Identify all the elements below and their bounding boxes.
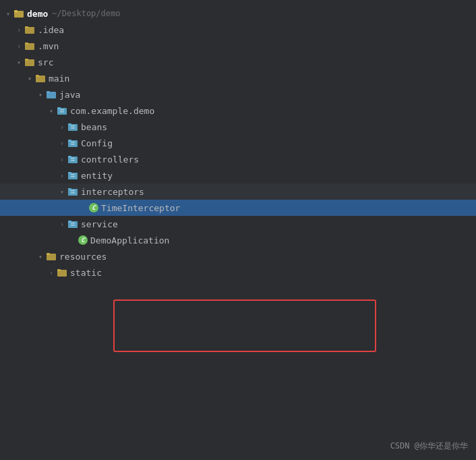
- item-label-controllers: controllers: [81, 154, 139, 165]
- item-label-idea: .idea: [38, 25, 64, 35]
- item-label-resources: resources: [59, 252, 107, 262]
- chevron-interceptors: [57, 186, 67, 197]
- item-label-timeinterceptor: TimeInterceptor: [101, 203, 180, 213]
- item-label-entity: entity: [81, 171, 113, 181]
- tree-item-beans[interactable]: beans: [0, 119, 476, 135]
- tree-item-service[interactable]: service: [0, 216, 476, 232]
- svg-rect-6: [25, 42, 28, 45]
- folder-icon-entity: [67, 170, 78, 181]
- svg-rect-34: [68, 188, 71, 190]
- svg-rect-19: [71, 125, 75, 127]
- tree-item-timeinterceptor[interactable]: TimeInterceptor: [0, 200, 476, 216]
- item-label-service: service: [81, 219, 118, 229]
- svg-rect-28: [71, 160, 75, 161]
- item-label-main: main: [49, 74, 69, 84]
- chevron-config: [57, 138, 67, 148]
- svg-rect-32: [71, 176, 75, 177]
- item-label-config: Config: [81, 138, 113, 148]
- chevron-entity: [57, 170, 67, 181]
- chevron-root: [3, 8, 13, 19]
- svg-rect-40: [71, 225, 75, 226]
- svg-rect-35: [71, 190, 75, 192]
- item-label-beans: beans: [81, 122, 107, 132]
- root-folder-icon: [13, 8, 24, 19]
- item-label-static: static: [70, 268, 102, 278]
- root-label: demo: [27, 9, 48, 19]
- tree-root[interactable]: demo ~/Desktop/demo: [0, 5, 476, 22]
- svg-rect-12: [47, 91, 50, 93]
- item-label-demoapplication: DemoApplication: [90, 235, 169, 246]
- svg-rect-38: [68, 221, 71, 223]
- folder-icon-idea: [24, 24, 35, 35]
- svg-rect-2: [14, 10, 18, 12]
- svg-rect-14: [57, 107, 61, 109]
- svg-rect-27: [71, 158, 75, 159]
- svg-rect-44: [57, 269, 61, 271]
- item-label-interceptors: interceptors: [81, 187, 144, 197]
- folder-icon-static: [57, 267, 67, 278]
- svg-rect-24: [71, 144, 75, 145]
- folder-icon-beans: [67, 121, 78, 132]
- chevron-com-example-demo: [46, 105, 57, 116]
- svg-rect-31: [71, 174, 75, 175]
- tree-item-entity[interactable]: entity: [0, 167, 476, 183]
- item-label-com-example-demo: com.example.demo: [70, 106, 154, 116]
- folder-icon-config: [67, 138, 78, 148]
- svg-rect-22: [68, 140, 71, 142]
- tree-item-demoapplication[interactable]: DemoApplication: [0, 232, 476, 248]
- tree-item-com-example-demo[interactable]: com.example.demo: [0, 103, 476, 119]
- spring-icon-demoapplication: [78, 235, 88, 245]
- folder-icon-service: [67, 219, 78, 229]
- svg-rect-30: [68, 172, 71, 174]
- tree-item-mvn[interactable]: .mvn: [0, 38, 476, 54]
- svg-rect-42: [47, 253, 50, 255]
- tree-item-src[interactable]: src: [0, 54, 476, 70]
- spring-icon-timeinterceptor: [89, 203, 98, 212]
- folder-icon-mvn: [24, 40, 35, 51]
- svg-rect-15: [60, 109, 64, 111]
- chevron-beans: [57, 121, 67, 132]
- tree-item-main[interactable]: main: [0, 70, 476, 86]
- svg-rect-39: [71, 223, 75, 224]
- folder-icon-java: [46, 89, 57, 100]
- svg-rect-23: [71, 142, 75, 143]
- item-label-mvn: .mvn: [38, 41, 59, 51]
- folder-icon-src: [24, 57, 35, 67]
- folder-icon-interceptors: [67, 186, 78, 197]
- chevron-mvn: [13, 40, 24, 51]
- tree-item-idea[interactable]: .idea: [0, 22, 476, 38]
- folder-icon-com-example-demo: [57, 105, 67, 116]
- item-label-java: java: [59, 90, 80, 100]
- svg-rect-4: [25, 26, 28, 28]
- file-tree: demo ~/Desktop/demo .idea .mvn src: [0, 0, 476, 286]
- folder-icon-main: [35, 73, 46, 84]
- item-label-src: src: [38, 57, 53, 67]
- chevron-main: [24, 73, 35, 84]
- svg-rect-18: [68, 123, 71, 125]
- tree-item-resources[interactable]: resources: [0, 248, 476, 264]
- chevron-resources: [35, 251, 46, 262]
- tree-item-static[interactable]: static: [0, 264, 476, 281]
- root-path: ~/Desktop/demo: [52, 9, 120, 18]
- chevron-src: [13, 57, 24, 67]
- tree-item-interceptors[interactable]: interceptors: [0, 183, 476, 200]
- chevron-static: [46, 267, 57, 278]
- watermark: CSDN @你华还是你华: [390, 440, 468, 452]
- tree-item-java[interactable]: java: [0, 86, 476, 103]
- folder-icon-resources: [46, 251, 57, 262]
- svg-rect-8: [25, 59, 28, 61]
- chevron-java: [35, 89, 46, 100]
- svg-rect-10: [36, 75, 39, 77]
- svg-rect-36: [71, 192, 75, 194]
- svg-rect-20: [71, 127, 75, 129]
- tree-item-controllers[interactable]: controllers: [0, 151, 476, 167]
- chevron-controllers: [57, 154, 67, 165]
- svg-rect-26: [68, 156, 71, 158]
- chevron-service: [57, 219, 67, 229]
- tree-item-config[interactable]: Config: [0, 135, 476, 151]
- chevron-idea: [13, 24, 24, 35]
- highlight-box: [113, 299, 376, 352]
- folder-icon-controllers: [67, 154, 78, 165]
- svg-rect-16: [60, 111, 64, 113]
